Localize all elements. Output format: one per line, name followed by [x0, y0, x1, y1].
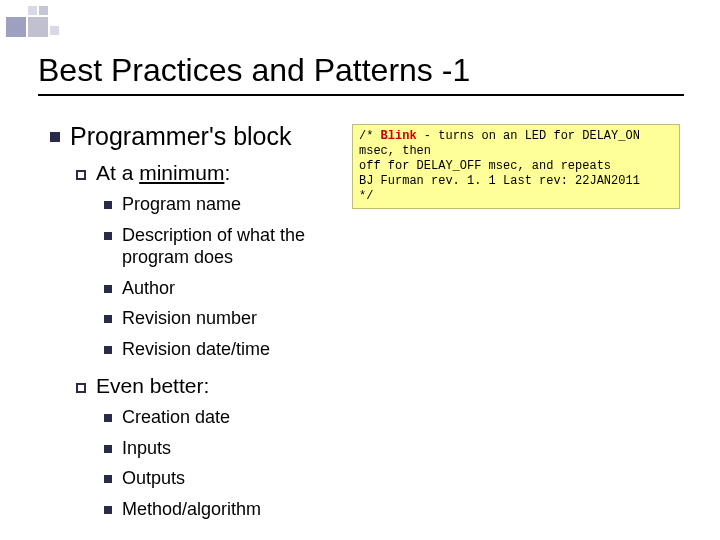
- section-label-minimum: At a minimum:: [96, 161, 230, 185]
- list-item: Revision date/time: [122, 338, 270, 361]
- text-prefix: At a: [96, 161, 139, 184]
- list-item: Description of what the program does: [122, 224, 338, 269]
- code-text: /*: [359, 129, 381, 143]
- list-item: Inputs: [122, 437, 171, 460]
- list-item: Revision number: [122, 307, 257, 330]
- list-item: Creation date: [122, 406, 230, 429]
- list-item: Method/algorithm: [122, 498, 261, 521]
- bullet-hollow-icon: [76, 170, 86, 180]
- code-line: */: [359, 189, 673, 204]
- list-item: Program name: [122, 193, 241, 216]
- bullet-icon: [104, 475, 112, 483]
- title-underline: [38, 94, 684, 96]
- bullet-icon: [104, 315, 112, 323]
- code-line: BJ Furman rev. 1. 1 Last rev: 22JAN2011: [359, 174, 673, 189]
- bullet-icon: [104, 414, 112, 422]
- text-suffix: :: [224, 161, 230, 184]
- bullet-icon: [104, 445, 112, 453]
- slide-title: Best Practices and Patterns -1: [38, 52, 470, 89]
- code-comment-example: /* Blink - turns on an LED for DELAY_ON …: [352, 124, 680, 209]
- code-line: /* Blink - turns on an LED for DELAY_ON …: [359, 129, 673, 159]
- bullet-hollow-icon: [76, 383, 86, 393]
- bullet-icon: [104, 506, 112, 514]
- bullet-icon: [104, 285, 112, 293]
- code-line: off for DELAY_OFF msec, and repeats: [359, 159, 673, 174]
- list-item: Author: [122, 277, 175, 300]
- outline: Programmer's block At a minimum: Program…: [50, 118, 338, 520]
- corner-decoration: [6, 6, 58, 40]
- bullet-icon: [50, 132, 60, 142]
- bullet-icon: [104, 346, 112, 354]
- code-keyword: Blink: [381, 129, 417, 143]
- outline-heading: Programmer's block: [70, 122, 292, 151]
- list-item: Outputs: [122, 467, 185, 490]
- section-label-better: Even better:: [96, 374, 209, 398]
- text-underlined: minimum: [139, 161, 224, 184]
- bullet-icon: [104, 201, 112, 209]
- bullet-icon: [104, 232, 112, 240]
